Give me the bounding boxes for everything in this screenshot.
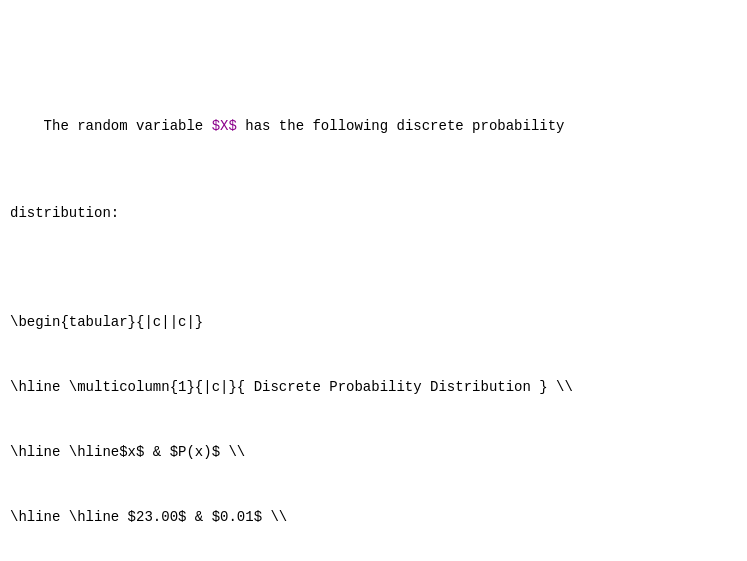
main-content: The random variable $X$ has the followin… <box>10 8 737 561</box>
latex-line-1: \begin{tabular}{|c||c|} <box>10 312 737 334</box>
intro-text-1b: has the following discrete probability <box>237 118 565 134</box>
intro-line: The random variable $X$ has the followin… <box>10 95 737 160</box>
var-x-1: $X$ <box>212 118 237 134</box>
latex-line-3: \hline \hline$x$ & $P(x)$ \\ <box>10 442 737 464</box>
latex-line-4: \hline \hline $23.00$ & $0.01$ \\ <box>10 507 737 529</box>
latex-line-2: \hline \multicolumn{1}{|c|}{ Discrete Pr… <box>10 377 737 399</box>
intro-line2: distribution: <box>10 203 737 225</box>
intro-text-1: The random variable <box>44 118 212 134</box>
